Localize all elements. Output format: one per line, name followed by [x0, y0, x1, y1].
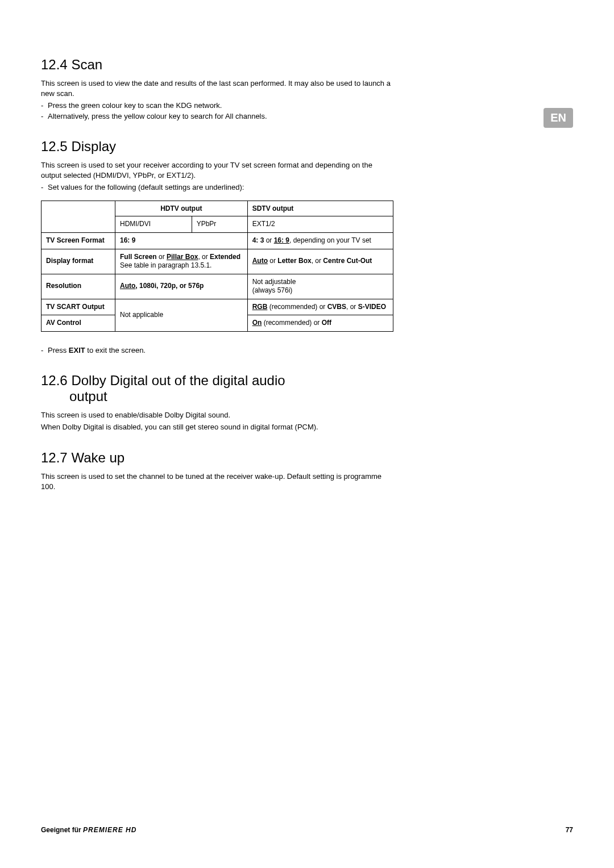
table-empty-header — [42, 201, 115, 233]
res-rest: , 1080i, 720p, or 576p — [135, 282, 204, 290]
language-tab: EN — [544, 108, 573, 128]
display-settings-table: HDTV output SDTV output HDMI/DVI YPbPr E… — [41, 201, 393, 332]
tvs-rec: (recommended) or — [267, 303, 327, 311]
resolution-label: Resolution — [42, 274, 115, 299]
tvs-b1: CVBS — [327, 303, 346, 311]
df-line2: See table in paragraph 13.5.1. — [120, 261, 211, 269]
display-format-label: Display format — [42, 249, 115, 274]
wakeup-p1: This screen is used to set the channel t… — [41, 471, 393, 492]
footer-left: Geeignet für PREMIERE HD — [41, 826, 136, 834]
dfs-or: or — [268, 257, 277, 265]
dolby-p2: When Dolby Digital is disabled, you can … — [41, 422, 393, 432]
tv-scart-hdtv: Not applicable — [115, 299, 248, 331]
tv-scart-output-label: TV SCART Output — [42, 299, 115, 315]
heading-wakeup: 12.7 Wake up — [41, 450, 393, 466]
dfs-b2: Centre Cut-Out — [323, 257, 372, 265]
tv-screen-format-hdtv: 16: 9 — [115, 232, 248, 249]
ext12-cell: EXT1/2 — [247, 216, 393, 233]
hdtv-output-header: HDTV output — [115, 201, 248, 216]
tv-screen-format-label: TV Screen Format — [42, 232, 115, 249]
display-bullet-1: Set values for the following (default se… — [41, 182, 393, 193]
df-or1: or — [157, 253, 167, 261]
tsf-sdtv-or: or — [264, 236, 273, 244]
df-or2: , or — [198, 253, 210, 261]
display-format-sdtv: Auto or Letter Box, or Centre Cut-Out — [247, 249, 393, 274]
exit-prefix: Press — [48, 346, 69, 354]
footer-brand: PREMIERE HD — [83, 826, 136, 834]
tvs-u: RGB — [252, 303, 268, 311]
res-sdtv-l2: (always 576i) — [252, 286, 293, 294]
avc-u: On — [252, 319, 262, 327]
resolution-hdtv: Auto, 1080i, 720p, or 576p — [115, 274, 248, 299]
tsf-sdtv-suffix: , depending on your TV set — [289, 236, 371, 244]
scan-bullet-2: Alternatively, press the yellow colour k… — [41, 111, 393, 122]
heading-scan: 12.4 Scan — [41, 57, 393, 73]
tsf-sdtv-underline: 16: 9 — [274, 236, 289, 244]
res-u: Auto — [120, 282, 135, 290]
page-number: 77 — [566, 826, 573, 834]
display-exit-bullet: Press EXIT to exit the screen. — [41, 345, 393, 356]
dfs-u: Auto — [252, 257, 268, 265]
footer-prefix: Geeignet für — [41, 826, 83, 834]
exit-suffix: to exit the screen. — [85, 346, 146, 354]
scan-paragraph: This screen is used to view the date and… — [41, 78, 393, 99]
heading-dolby: 12.6 Dolby Digital out of the digital au… — [41, 373, 393, 404]
dolby-h-l1: 12.6 Dolby Digital out of the digital au… — [41, 373, 285, 388]
avc-b: Off — [322, 319, 331, 327]
ypbpr-cell: YPbPr — [192, 216, 247, 233]
dolby-h-l2: output — [41, 389, 393, 404]
hdmi-dvi-cell: HDMI/DVI — [115, 216, 192, 233]
dolby-p1: This screen is used to enable/disable Do… — [41, 410, 393, 420]
tv-scart-sdtv: RGB (recommended) or CVBS, or S-VIDEO — [247, 299, 393, 315]
dfs-or2: , or — [312, 257, 323, 265]
dfs-b1: Letter Box — [277, 257, 311, 265]
page-content: 12.4 Scan This screen is used to view th… — [41, 57, 393, 492]
av-control-sdtv: On (recommended) or Off — [247, 315, 393, 332]
avc-rec: (recommended) or — [262, 319, 321, 327]
df-u: Pillar Box — [167, 253, 198, 261]
av-control-label: AV Control — [42, 315, 115, 332]
tvs-or: , or — [346, 303, 358, 311]
res-sdtv-l1: Not adjustable — [252, 278, 296, 286]
scan-bullet-1: Press the green colour key to scan the K… — [41, 101, 393, 111]
page-footer: Geeignet für PREMIERE HD 77 — [41, 826, 573, 834]
exit-bold: EXIT — [69, 346, 85, 354]
df-b1: Full Screen — [120, 253, 157, 261]
df-b2: Extended — [210, 253, 240, 261]
heading-display: 12.5 Display — [41, 139, 393, 155]
tvs-b2: S-VIDEO — [358, 303, 386, 311]
tsf-sdtv-prefix: 4: 3 — [252, 236, 264, 244]
tv-screen-format-sdtv: 4: 3 or 16: 9, depending on your TV set — [247, 232, 393, 249]
sdtv-output-header: SDTV output — [247, 201, 393, 216]
resolution-sdtv: Not adjustable (always 576i) — [247, 274, 393, 299]
display-paragraph: This screen is used to set your receiver… — [41, 160, 393, 181]
display-format-hdtv: Full Screen or Pillar Box, or Extended S… — [115, 249, 248, 274]
